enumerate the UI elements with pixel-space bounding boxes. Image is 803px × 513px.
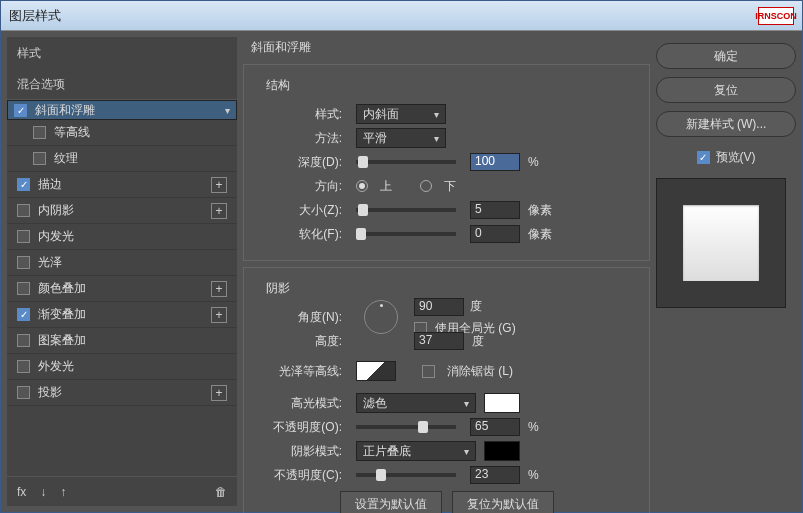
close-button[interactable]: IRNSCON [758, 7, 794, 25]
highlight-opacity-input[interactable]: 65 [470, 418, 520, 436]
add-effect-icon[interactable]: + [211, 307, 227, 323]
style-item-11[interactable]: 投影+ [7, 380, 237, 406]
highlight-opacity-slider[interactable] [356, 425, 456, 429]
style-checkbox[interactable] [17, 178, 30, 191]
antialias-checkbox[interactable] [422, 365, 435, 378]
style-checkbox[interactable] [17, 282, 30, 295]
soften-label: 软化(F): [258, 226, 348, 243]
fx-icon[interactable]: fx [17, 485, 26, 499]
style-label: 描边 [38, 176, 62, 193]
gloss-contour[interactable] [356, 361, 396, 381]
style-select[interactable]: 内斜面 [356, 104, 446, 124]
size-input[interactable]: 5 [470, 201, 520, 219]
style-label: 渐变叠加 [38, 306, 86, 323]
style-label: 颜色叠加 [38, 280, 86, 297]
style-item-7[interactable]: 颜色叠加+ [7, 276, 237, 302]
window-title: 图层样式 [9, 7, 61, 25]
action-panel: 确定 复位 新建样式 (W)... 预览(V) [656, 37, 796, 506]
style-label: 图案叠加 [38, 332, 86, 349]
method-select[interactable]: 平滑 [356, 128, 446, 148]
style-item-9[interactable]: 图案叠加 [7, 328, 237, 354]
settings-panel: 斜面和浮雕 结构 样式: 内斜面 方法: 平滑 深度(D): 100 % [243, 37, 650, 506]
add-effect-icon[interactable]: + [211, 203, 227, 219]
depth-input[interactable]: 100 [470, 153, 520, 171]
style-item-8[interactable]: 渐变叠加+ [7, 302, 237, 328]
down-icon[interactable]: ↓ [40, 485, 46, 499]
highlight-mode-select[interactable]: 滤色 [356, 393, 476, 413]
preview-checkbox[interactable] [697, 151, 710, 164]
shadow-mode-label: 阴影模式: [258, 443, 348, 460]
angle-input[interactable]: 90 [414, 298, 464, 316]
shadow-label: 阴影 [266, 280, 635, 297]
style-checkbox[interactable] [17, 308, 30, 321]
style-checkbox[interactable] [17, 204, 30, 217]
style-checkbox[interactable] [14, 104, 27, 117]
style-item-6[interactable]: 光泽 [7, 250, 237, 276]
structure-group: 结构 样式: 内斜面 方法: 平滑 深度(D): 100 % 方向: 上 [243, 64, 650, 261]
titlebar: 图层样式 IRNSCON [1, 1, 802, 31]
highlight-opacity-label: 不透明度(O): [258, 419, 348, 436]
add-effect-icon[interactable]: + [211, 281, 227, 297]
style-checkbox[interactable] [17, 360, 30, 373]
style-item-5[interactable]: 内发光 [7, 224, 237, 250]
px-unit: 像素 [528, 202, 558, 219]
style-label: 纹理 [54, 150, 78, 167]
style-checkbox[interactable] [33, 152, 46, 165]
shadow-color[interactable] [484, 441, 520, 461]
shadow-opacity-input[interactable]: 23 [470, 466, 520, 484]
trash-icon[interactable]: 🗑 [215, 485, 227, 499]
style-checkbox[interactable] [33, 126, 46, 139]
direction-up-radio[interactable] [356, 180, 368, 192]
direction-label: 方向: [258, 178, 348, 195]
up-label: 上 [380, 178, 392, 195]
ok-button[interactable]: 确定 [656, 43, 796, 69]
shadow-mode-select[interactable]: 正片叠底 [356, 441, 476, 461]
style-item-0[interactable]: 斜面和浮雕 [7, 100, 237, 120]
depth-slider[interactable] [356, 160, 456, 164]
style-item-2[interactable]: 纹理 [7, 146, 237, 172]
style-label: 斜面和浮雕 [35, 102, 95, 119]
soften-slider[interactable] [356, 232, 456, 236]
style-item-4[interactable]: 内阴影+ [7, 198, 237, 224]
shadow-opacity-label: 不透明度(C): [258, 467, 348, 484]
altitude-label: 高度: [258, 333, 348, 350]
structure-label: 结构 [266, 77, 635, 94]
blend-options[interactable]: 混合选项 [7, 70, 237, 100]
preview-box [656, 178, 786, 308]
styles-footer: fx ↓ ↑ 🗑 [7, 476, 237, 506]
pct-unit: % [528, 155, 558, 169]
style-checkbox[interactable] [17, 256, 30, 269]
style-item-3[interactable]: 描边+ [7, 172, 237, 198]
highlight-color[interactable] [484, 393, 520, 413]
styles-header: 样式 [7, 37, 237, 70]
style-checkbox[interactable] [17, 386, 30, 399]
style-label: 外发光 [38, 358, 74, 375]
cancel-button[interactable]: 复位 [656, 77, 796, 103]
style-label: 投影 [38, 384, 62, 401]
style-checkbox[interactable] [17, 334, 30, 347]
size-label: 大小(Z): [258, 202, 348, 219]
soften-input[interactable]: 0 [470, 225, 520, 243]
style-checkbox[interactable] [17, 230, 30, 243]
style-label: 内阴影 [38, 202, 74, 219]
reset-default-button[interactable]: 复位为默认值 [452, 491, 554, 513]
down-label: 下 [444, 178, 456, 195]
up-icon[interactable]: ↑ [60, 485, 66, 499]
angle-dial[interactable] [364, 300, 398, 334]
altitude-input[interactable]: 37 [414, 332, 464, 350]
method-label: 方法: [258, 130, 348, 147]
style-item-1[interactable]: 等高线 [7, 120, 237, 146]
size-slider[interactable] [356, 208, 456, 212]
style-label: 光泽 [38, 254, 62, 271]
add-effect-icon[interactable]: + [211, 177, 227, 193]
direction-down-radio[interactable] [420, 180, 432, 192]
style-item-10[interactable]: 外发光 [7, 354, 237, 380]
add-effect-icon[interactable]: + [211, 385, 227, 401]
set-default-button[interactable]: 设置为默认值 [340, 491, 442, 513]
depth-label: 深度(D): [258, 154, 348, 171]
shadow-opacity-slider[interactable] [356, 473, 456, 477]
style-label: 内发光 [38, 228, 74, 245]
new-style-button[interactable]: 新建样式 (W)... [656, 111, 796, 137]
angle-label: 角度(N): [258, 309, 348, 326]
bevel-title: 斜面和浮雕 [251, 39, 650, 56]
